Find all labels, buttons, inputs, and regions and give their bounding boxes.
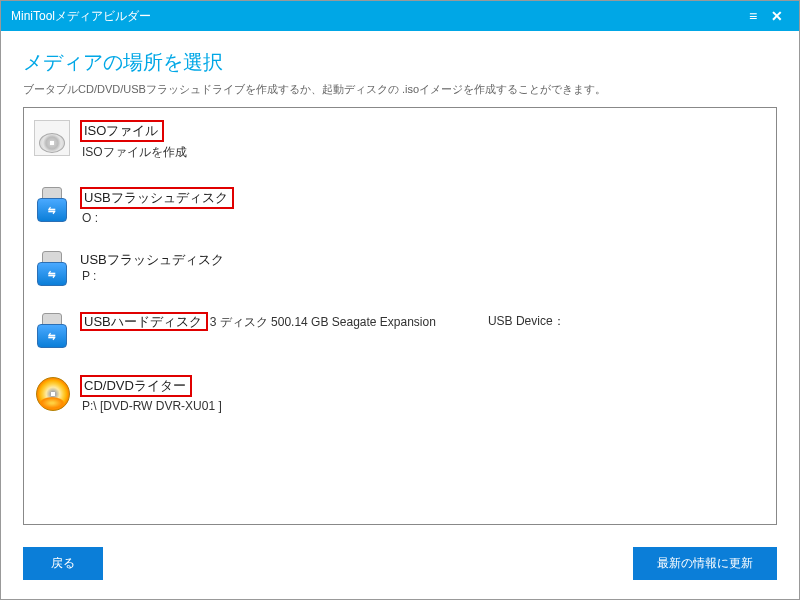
option-iso-file[interactable]: ISOファイル ISOファイルを作成 xyxy=(24,112,776,179)
option-detail: 3 ディスク 500.14 GB Seagate Expansion xyxy=(208,315,436,329)
option-cd-dvd-writer[interactable]: CD/DVDライター P:\ [DVD-RW DVR-XU01 ] xyxy=(24,367,776,431)
usb-flash-icon: ⇋ xyxy=(34,251,70,287)
iso-file-icon xyxy=(34,120,70,156)
media-options-list: ISOファイル ISOファイルを作成 ⇋ USBフラッシュディスク O : ⇋ … xyxy=(23,107,777,525)
option-sublabel: ISOファイルを作成 xyxy=(80,144,766,161)
option-label: ISOファイル xyxy=(80,120,164,142)
usb-flash-icon: ⇋ xyxy=(34,187,70,223)
option-usb-hard-disk[interactable]: ⇋ USBハードディスク3 ディスク 500.14 GB Seagate Exp… xyxy=(24,305,776,367)
option-sublabel: O : xyxy=(80,211,766,225)
footer: 戻る 最新の情報に更新 xyxy=(1,535,799,580)
content-area: メディアの場所を選択 ブータブルCD/DVD/USBフラッシュドライブを作成する… xyxy=(1,31,799,535)
option-sublabel: P : xyxy=(80,269,766,283)
option-text: ISOファイル ISOファイルを作成 xyxy=(80,120,766,161)
option-sublabel: P:\ [DVD-RW DVR-XU01 ] xyxy=(80,399,766,413)
option-text: USBフラッシュディスク P : xyxy=(80,251,766,283)
option-extra: USB Device： xyxy=(486,313,565,331)
usb-hdd-icon: ⇋ xyxy=(34,313,70,349)
refresh-button[interactable]: 最新の情報に更新 xyxy=(633,547,777,580)
dvd-burn-icon xyxy=(34,375,70,411)
option-label: USBフラッシュディスク xyxy=(80,187,234,209)
option-label: USBフラッシュディスク xyxy=(80,251,766,269)
titlebar: MiniToolメディアビルダー ≡ ✕ xyxy=(1,1,799,31)
page-title: メディアの場所を選択 xyxy=(23,49,777,76)
option-usb-flash-p[interactable]: ⇋ USBフラッシュディスク P : xyxy=(24,243,776,305)
option-text: CD/DVDライター P:\ [DVD-RW DVR-XU01 ] xyxy=(80,375,766,413)
option-usb-flash-o[interactable]: ⇋ USBフラッシュディスク O : xyxy=(24,179,776,243)
option-text: USBフラッシュディスク O : xyxy=(80,187,766,225)
page-subtitle: ブータブルCD/DVD/USBフラッシュドライブを作成するか、起動ディスクの .… xyxy=(23,82,777,97)
menu-icon[interactable]: ≡ xyxy=(741,4,765,28)
option-label: CD/DVDライター xyxy=(80,375,192,397)
option-text: USBハードディスク3 ディスク 500.14 GB Seagate Expan… xyxy=(80,313,766,331)
close-icon[interactable]: ✕ xyxy=(765,4,789,28)
back-button[interactable]: 戻る xyxy=(23,547,103,580)
option-label: USBハードディスク xyxy=(80,312,208,331)
window-title: MiniToolメディアビルダー xyxy=(11,8,741,25)
